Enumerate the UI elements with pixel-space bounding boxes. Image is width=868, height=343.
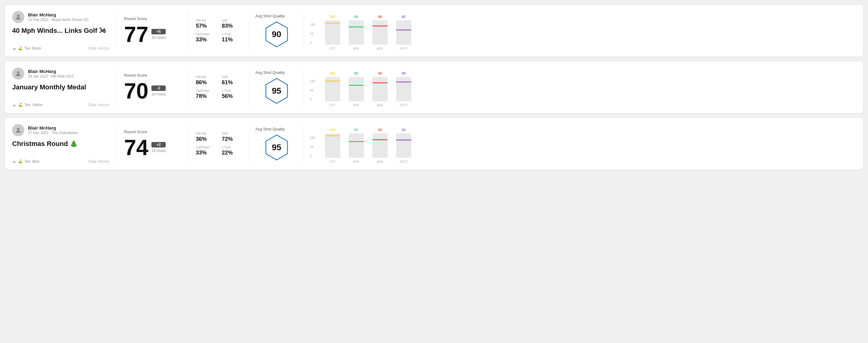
oneputt-label-0: 1 Putt — [222, 32, 242, 36]
y-label-100: 100 — [310, 136, 315, 139]
fw-hit-label-2: FW Hit — [196, 132, 216, 135]
user-info-1: Blair McHarg 29 Jan 2022 · Mill Ride GCC — [12, 67, 109, 80]
svg-point-0 — [17, 14, 20, 17]
y-axis: 100 50 0 — [310, 80, 315, 107]
score-badge-col-1: -2 18 Holes — [151, 86, 166, 96]
y-label-50: 50 — [310, 32, 315, 36]
gir-value-2: 72% — [222, 136, 242, 142]
bar-wrapper-arg — [372, 133, 388, 158]
bar-col-arg: 95 ARG — [372, 133, 388, 164]
oneputt-value-0: 11% — [222, 36, 242, 43]
bar-label-ott: OTT — [330, 47, 336, 51]
bar-col-putt: 99 PUTT — [396, 77, 411, 107]
cloud-icon-1: ☁ — [12, 102, 16, 107]
updown-value-0: 33% — [196, 36, 216, 43]
bar-fill-ott — [325, 135, 340, 158]
bar-line-putt — [396, 139, 411, 141]
chart-section-0: 100 50 0 107 OTT 95 APP 98 ARG — [304, 11, 856, 51]
round-title-2: Christmas Round 🎄 — [12, 140, 109, 148]
y-label-0: 0 — [310, 98, 315, 101]
middle-section-0: Round Score 77 +5 18 Holes — [116, 11, 188, 51]
round-title-0: 40 Mph Winds... Links Golf 🌬 — [12, 27, 109, 35]
bar-label-app: APP — [353, 47, 359, 51]
user-name-2: Blair McHarg — [28, 125, 78, 130]
tee-label-0: Tee: Black — [24, 46, 41, 51]
svg-point-4 — [17, 128, 20, 130]
round-card-0: Blair McHarg 12 Feb 2022 · Royal North D… — [5, 5, 863, 57]
bar-label-putt: PUTT — [400, 160, 408, 164]
score-row-0: 77 +5 18 Holes — [124, 23, 180, 45]
round-card-1: Blair McHarg 29 Jan 2022 · Mill Ride GCC… — [5, 61, 863, 113]
tee-info-0: ☁ ⛳ Tee: Black — [12, 46, 41, 51]
score-diff-2: +2 — [151, 142, 166, 148]
oneputt-value-1: 56% — [222, 93, 242, 99]
bar-fill-app — [349, 27, 364, 45]
bar-fill-putt — [396, 30, 411, 45]
fw-hit-item-0: FW Hit 57% — [196, 19, 216, 29]
bar-line-ott — [325, 81, 340, 82]
bar-label-app: APP — [353, 104, 359, 107]
bar-value-arg: 95 — [372, 128, 388, 132]
updown-item-0: Up/Down 33% — [196, 32, 216, 43]
quality-label-1: Avg Shot Quality — [255, 70, 285, 75]
bar-label-ott: OTT — [330, 160, 336, 164]
stats-grid-2: FW Hit 36% GIR 72% Up/Down 33% 1 Putt 22… — [196, 132, 242, 156]
bar-col-arg: 98 ARG — [372, 20, 388, 51]
score-label-1: Round Score — [124, 73, 180, 77]
updown-label-1: Up/Down — [196, 89, 216, 92]
oneputt-label-1: 1 Putt — [222, 89, 242, 92]
user-meta-0: 12 Feb 2022 · Royal North Devon GC — [28, 18, 89, 22]
oneputt-value-2: 22% — [222, 150, 242, 156]
y-axis: 100 50 0 — [310, 136, 315, 164]
bar-line-app — [349, 27, 364, 27]
fw-hit-item-1: FW Hit 86% — [196, 75, 216, 86]
bar-value-putt: 82 — [396, 15, 411, 19]
fw-hit-label-1: FW Hit — [196, 75, 216, 79]
bag-icon-2: ⛳ — [18, 159, 23, 164]
updown-label-0: Up/Down — [196, 32, 216, 36]
user-text-1: Blair McHarg 29 Jan 2022 · Mill Ride GCC — [28, 69, 74, 79]
oneputt-item-2: 1 Putt 22% — [222, 145, 242, 156]
fw-hit-value-1: 86% — [196, 80, 216, 86]
holes-label-2: 18 Holes — [151, 149, 166, 153]
user-icon-0 — [14, 13, 22, 21]
updown-item-2: Up/Down 33% — [196, 145, 216, 156]
bar-line-arg — [372, 83, 388, 83]
data-source-2: Data: Arccos — [89, 159, 109, 164]
stats-section-1: FW Hit 86% GIR 61% Up/Down 78% 1 Putt 56… — [188, 67, 249, 107]
bar-value-arg: 96 — [372, 71, 388, 75]
score-number-1: 70 — [124, 80, 148, 102]
bar-line-putt — [396, 30, 411, 30]
bar-line-ott — [325, 23, 340, 24]
bar-value-ott: 101 — [325, 71, 340, 75]
y-label-100: 100 — [310, 80, 315, 83]
hex-score-2: 95 — [272, 143, 281, 152]
quality-section-0: Avg Shot Quality 90 — [249, 11, 304, 51]
quality-section-2: Avg Shot Quality 95 — [249, 124, 304, 164]
gir-item-2: GIR 72% — [222, 132, 242, 142]
quality-label-0: Avg Shot Quality — [255, 14, 285, 18]
score-label-0: Round Score — [124, 17, 180, 21]
user-text-0: Blair McHarg 12 Feb 2022 · Royal North D… — [28, 12, 89, 22]
score-row-2: 74 +2 18 Holes — [124, 136, 180, 158]
bar-fill-ott — [325, 23, 340, 45]
oneputt-item-1: 1 Putt 56% — [222, 89, 242, 99]
bar-col-putt: 82 PUTT — [396, 20, 411, 51]
oneputt-label-2: 1 Putt — [222, 145, 242, 149]
bar-col-putt: 93 PUTT — [396, 133, 411, 164]
bar-fill-arg — [372, 139, 388, 158]
score-row-1: 70 -2 18 Holes — [124, 80, 180, 102]
user-meta-1: 29 Jan 2022 · Mill Ride GCC — [28, 74, 74, 79]
bar-fill-app — [349, 85, 364, 101]
bar-label-arg: ARG — [377, 47, 383, 51]
tee-label-1: Tee: Yellow — [24, 103, 42, 107]
bar-fill-app — [349, 141, 364, 158]
hexagon-2: 95 — [263, 134, 290, 161]
avatar-0 — [12, 11, 24, 23]
bar-fill-putt — [396, 139, 411, 158]
gir-label-1: GIR — [222, 75, 242, 79]
y-label-0: 0 — [310, 41, 315, 44]
gir-item-1: GIR 61% — [222, 75, 242, 86]
bar-wrapper-arg — [372, 20, 388, 45]
bar-value-app: 87 — [349, 128, 364, 132]
